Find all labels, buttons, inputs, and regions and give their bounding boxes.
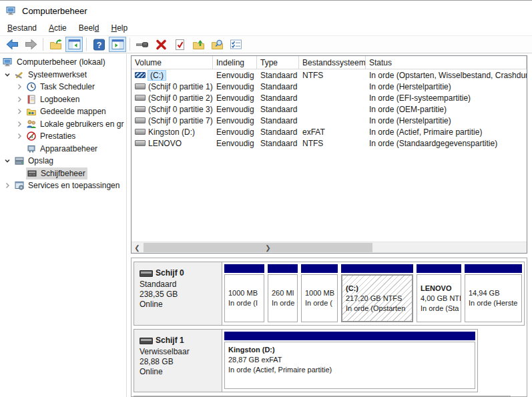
action-pane-button[interactable] bbox=[109, 37, 126, 52]
tree-item-schijfbeheer[interactable]: Schijfbeheer bbox=[0, 167, 126, 180]
disk-1-kind: Verwisselbaar bbox=[140, 347, 218, 357]
partition-color-band bbox=[268, 264, 298, 273]
scrollbar-thumb[interactable] bbox=[144, 243, 372, 252]
chevron-right-icon[interactable] bbox=[16, 96, 23, 103]
disk-1-info[interactable]: Schijf 1 Verwisselbaar 28,88 GB Online bbox=[134, 330, 222, 392]
volume-table-header: Volume Indeling Type Bestandssysteem Sta… bbox=[131, 56, 527, 69]
clock-icon bbox=[26, 81, 37, 92]
tree-item-opslag[interactable]: Opslag bbox=[0, 155, 126, 167]
console-tree-button[interactable] bbox=[65, 37, 83, 52]
partition-color-band bbox=[301, 264, 338, 273]
scroll-right-arrow[interactable]: ❯ bbox=[262, 242, 274, 253]
menu-beeld[interactable]: Beeld bbox=[73, 21, 105, 35]
chevron-down-icon[interactable] bbox=[4, 157, 11, 164]
window-title: Computerbeheer bbox=[22, 6, 87, 16]
partition-block-kingston[interactable]: Kingston (D:)28,87 GB exFATIn orde (Acti… bbox=[224, 331, 476, 390]
open-folder-button[interactable] bbox=[190, 37, 207, 52]
disk-0-row: Schijf 0 Standaard 238,35 GB Online 1000… bbox=[134, 262, 525, 326]
console-tree-icon bbox=[68, 39, 81, 50]
computer-icon bbox=[6, 5, 17, 16]
chevron-right-icon[interactable] bbox=[16, 108, 23, 115]
scroll-left-arrow[interactable]: ❮ bbox=[131, 242, 143, 253]
volume-list-pane: Volume Indeling Type Bestandssysteem Sta… bbox=[131, 55, 527, 254]
services-icon bbox=[14, 180, 25, 191]
explore-folder-button[interactable] bbox=[208, 37, 226, 52]
menu-help[interactable]: Help bbox=[105, 21, 134, 35]
tool-icon bbox=[136, 39, 149, 50]
selected-partition-body: (C:)217,20 GB NTFSIn orde (Opstarten bbox=[341, 274, 413, 322]
help-button[interactable]: ? bbox=[90, 37, 107, 52]
properties-button[interactable] bbox=[227, 37, 244, 52]
tree-item-lokale-gebruikers[interactable]: Lokale gebruikers en gr bbox=[0, 118, 126, 131]
shared-folder-icon bbox=[26, 106, 37, 117]
disk-graphical-pane: Schijf 0 Standaard 238,35 GB Online 1000… bbox=[131, 258, 527, 397]
disk-1-size: 28,88 GB bbox=[140, 357, 218, 367]
tools-icon bbox=[14, 69, 25, 80]
drive-icon bbox=[140, 338, 153, 344]
partition-block-c[interactable]: (C:)217,20 GB NTFSIn orde (Opstarten bbox=[340, 264, 414, 324]
volume-row-lenovo[interactable]: LENOVO Eenvoudig Standaard NTFS In orde … bbox=[131, 137, 527, 149]
column-header-type[interactable]: Type bbox=[257, 56, 299, 69]
partition-color-band bbox=[417, 264, 461, 273]
device-manager-icon bbox=[26, 143, 37, 154]
partition-block-1000mb-2[interactable]: 1000 MBIn orde ( bbox=[300, 264, 338, 324]
tree-item-apparaatbeheer[interactable]: Apparaatbeheer bbox=[0, 143, 126, 155]
partition-block-1000mb-1[interactable]: 1000 MBIn orde (I bbox=[224, 264, 265, 324]
tree-item-services[interactable]: Services en toepassingen bbox=[0, 179, 126, 192]
tree-item-task-scheduler[interactable]: Task Scheduler bbox=[0, 81, 126, 93]
partition-color-band bbox=[341, 264, 413, 273]
storage-icon bbox=[14, 155, 25, 166]
disk-management-icon bbox=[27, 168, 37, 179]
volume-row-partitie7[interactable]: (Schijf 0 partitie 7) Eenvoudig Standaar… bbox=[131, 115, 527, 126]
disk-0-partitions: 1000 MBIn orde (I 260 MIIn orde 1000 MBI… bbox=[222, 262, 524, 325]
partition-block-lenovo[interactable]: LENOVO4,00 GB NTIIn orde (Sta bbox=[416, 264, 462, 324]
volume-icon bbox=[135, 117, 146, 123]
tree-item-computerbeheer[interactable]: Computerbeheer (lokaal) bbox=[0, 56, 126, 69]
volume-icon bbox=[135, 129, 146, 135]
partition-block-260mb[interactable]: 260 MIIn orde bbox=[267, 264, 298, 324]
disk-0-size: 238,35 GB bbox=[140, 290, 218, 300]
tree-item-prestaties[interactable]: Prestaties bbox=[0, 130, 126, 143]
chevron-right-icon[interactable] bbox=[16, 121, 23, 127]
tree-item-logboeken[interactable]: Logboeken bbox=[0, 93, 126, 106]
chevron-right-icon[interactable] bbox=[16, 83, 23, 90]
chevron-right-icon[interactable] bbox=[16, 133, 23, 139]
menu-bestand[interactable]: Bestand bbox=[1, 21, 43, 35]
disk-1-state: Online bbox=[140, 367, 218, 377]
help-icon: ? bbox=[93, 39, 105, 51]
volume-row-partitie1[interactable]: (Schijf 0 partitie 1) Eenvoudig Standaar… bbox=[131, 81, 527, 92]
delete-volume-button[interactable] bbox=[152, 37, 170, 52]
menu-bar: Bestand Actie Beeld Help bbox=[0, 21, 532, 36]
disk-0-state: Online bbox=[140, 300, 218, 310]
forward-icon bbox=[24, 38, 38, 51]
volume-icon-selected bbox=[135, 72, 146, 78]
performance-icon bbox=[26, 131, 37, 141]
folder-search-icon bbox=[211, 39, 224, 50]
tool-button[interactable] bbox=[134, 37, 151, 52]
partition-block-recovery[interactable]: 14,94 GBIn orde (Herste bbox=[464, 264, 523, 324]
check-document-button[interactable] bbox=[171, 37, 188, 52]
forward-button[interactable] bbox=[22, 37, 39, 52]
back-button[interactable] bbox=[3, 37, 21, 52]
volume-icon bbox=[135, 140, 146, 146]
volume-row-partitie3[interactable]: (Schijf 0 partitie 3) Eenvoudig Standaar… bbox=[131, 103, 527, 115]
toolbar-separator bbox=[43, 38, 43, 51]
volume-row-kingston[interactable]: Kingston (D:) Eenvoudig Standaard exFAT … bbox=[131, 126, 527, 137]
logbook-icon bbox=[26, 94, 37, 105]
volume-row-partitie2[interactable]: (Schijf 0 partitie 2) Eenvoudig Standaar… bbox=[131, 92, 527, 103]
column-header-volume[interactable]: Volume bbox=[131, 56, 213, 69]
up-one-level-button[interactable] bbox=[47, 37, 64, 52]
tree-item-gedeelde-mappen[interactable]: Gedeelde mappen bbox=[0, 105, 126, 118]
chevron-down-icon[interactable] bbox=[4, 71, 11, 78]
volume-row-c[interactable]: (C:) Eenvoudig Standaard NTFS In orde (O… bbox=[131, 69, 527, 81]
folder-up-icon bbox=[192, 39, 205, 50]
column-header-indeling[interactable]: Indeling bbox=[213, 56, 257, 69]
partition-color-band bbox=[224, 332, 475, 340]
disk-0-info[interactable]: Schijf 0 Standaard 238,35 GB Online bbox=[134, 262, 222, 325]
horizontal-scrollbar[interactable]: ❮ ❯ bbox=[131, 242, 527, 253]
menu-actie[interactable]: Actie bbox=[43, 21, 73, 35]
column-header-bestandssysteem[interactable]: Bestandssysteem bbox=[299, 56, 366, 69]
chevron-right-icon[interactable] bbox=[4, 182, 11, 189]
column-header-status[interactable]: Status bbox=[366, 56, 527, 69]
tree-item-systeemwerkset[interactable]: Systeemwerkset bbox=[0, 69, 126, 81]
